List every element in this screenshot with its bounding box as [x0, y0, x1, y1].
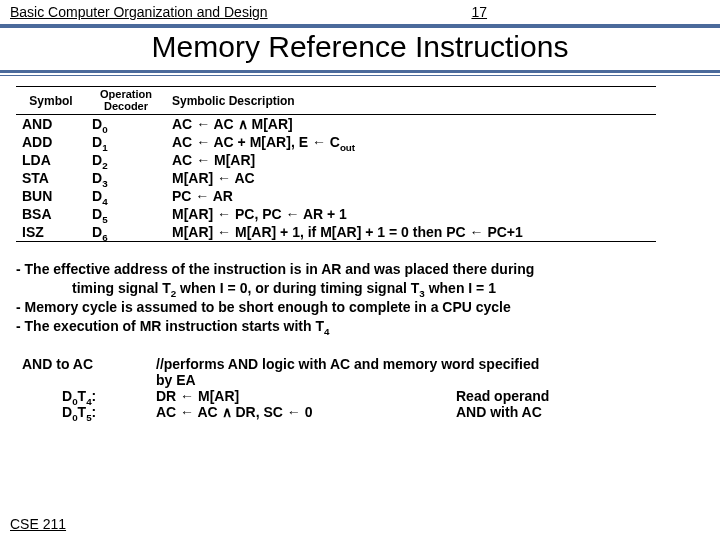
table-row: ISZD6M[AR] ← M[AR] + 1, if M[AR] + 1 = 0…	[16, 223, 656, 242]
cell-desc: PC ← AR	[166, 187, 656, 205]
note-3: - The execution of MR instruction starts…	[16, 318, 329, 334]
cell-desc: AC ← AC ∧ M[AR]	[166, 115, 656, 134]
cell-op: D6	[86, 223, 166, 242]
and-row-2: D0T5: AC ← AC ∧ DR, SC ← 0 AND with AC	[16, 404, 553, 420]
col-desc: Symbolic Description	[166, 87, 656, 115]
note-2: - Memory cycle is assumed to be short en…	[16, 299, 511, 315]
cell-symbol: AND	[16, 115, 86, 134]
cell-op: D5	[86, 205, 166, 223]
table-row: ADDD1AC ← AC + M[AR], E ← Cout	[16, 133, 656, 151]
and-comment: //performs AND logic with AC and memory …	[152, 356, 553, 388]
footer-course-code: CSE 211	[10, 516, 66, 532]
cell-symbol: BUN	[16, 187, 86, 205]
and-row-1: D0T4: DR ← M[AR] Read operand	[16, 388, 553, 404]
slide-header: Basic Computer Organization and Design 1…	[0, 0, 720, 22]
course-title: Basic Computer Organization and Design	[10, 4, 268, 20]
cell-op: D0	[86, 115, 166, 134]
cell-desc: AC ← M[AR]	[166, 151, 656, 169]
cell-desc: M[AR] ← M[AR] + 1, if M[AR] + 1 = 0 then…	[166, 223, 656, 242]
slide-content: Symbol Operation Decoder Symbolic Descri…	[0, 76, 720, 420]
table-row: BUND4PC ← AR	[16, 187, 656, 205]
cell-symbol: ADD	[16, 133, 86, 151]
table-row: ANDD0AC ← AC ∧ M[AR]	[16, 115, 656, 134]
cell-op: D3	[86, 169, 166, 187]
note-1a: - The effective address of the instructi…	[16, 261, 534, 277]
col-symbol: Symbol	[16, 87, 86, 115]
cell-op: D4	[86, 187, 166, 205]
and-title: AND to AC	[16, 356, 106, 388]
table-row: BSAD5M[AR] ← PC, PC ← AR + 1	[16, 205, 656, 223]
cell-op: D2	[86, 151, 166, 169]
cell-symbol: BSA	[16, 205, 86, 223]
slide-title: Memory Reference Instructions	[152, 30, 569, 63]
cell-symbol: STA	[16, 169, 86, 187]
notes: - The effective address of the instructi…	[16, 260, 704, 336]
cell-symbol: ISZ	[16, 223, 86, 242]
note-1b: timing signal T2 when I = 0, or during t…	[72, 279, 704, 298]
cell-op: D1	[86, 133, 166, 151]
cell-symbol: LDA	[16, 151, 86, 169]
col-op: Operation Decoder	[86, 87, 166, 115]
title-band: Memory Reference Instructions	[0, 24, 720, 76]
cell-desc: M[AR] ← AC	[166, 169, 656, 187]
table-row: LDAD2AC ← M[AR]	[16, 151, 656, 169]
cell-desc: AC ← AC + M[AR], E ← Cout	[166, 133, 656, 151]
page-number: 17	[471, 4, 487, 20]
table-row: STAD3M[AR] ← AC	[16, 169, 656, 187]
and-section: AND to AC //performs AND logic with AC a…	[16, 356, 704, 420]
cell-desc: M[AR] ← PC, PC ← AR + 1	[166, 205, 656, 223]
instruction-table: Symbol Operation Decoder Symbolic Descri…	[16, 86, 656, 242]
